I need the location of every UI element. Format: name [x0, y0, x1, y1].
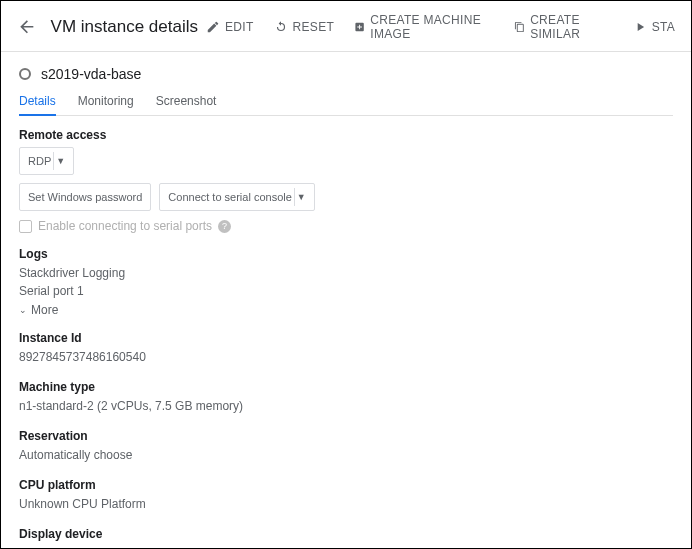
divider: [294, 188, 295, 206]
set-windows-password-button[interactable]: Set Windows password: [19, 183, 151, 211]
rdp-button[interactable]: RDP ▼: [19, 147, 74, 175]
more-label: More: [31, 303, 58, 317]
cpu-platform-value: Unknown CPU Platform: [19, 495, 673, 513]
logs-label: Logs: [19, 247, 673, 261]
create-similar-label: CREATE SIMILAR: [530, 13, 613, 41]
help-icon[interactable]: ?: [218, 220, 231, 233]
start-label: STA: [652, 20, 675, 34]
reservation-value: Automatically choose: [19, 446, 673, 464]
stackdriver-logging-link[interactable]: Stackdriver Logging: [19, 264, 673, 282]
cpu-platform-label: CPU platform: [19, 478, 673, 492]
more-logs-toggle[interactable]: ⌄ More: [19, 303, 673, 317]
reservation-label: Reservation: [19, 429, 673, 443]
serial-console-label: Connect to serial console: [168, 191, 292, 203]
machine-type-value: n1-standard-2 (2 vCPUs, 7.5 GB memory): [19, 397, 673, 415]
reset-icon: [274, 20, 288, 34]
instance-id-value: 8927845737486160540: [19, 348, 673, 366]
display-device-label: Display device: [19, 527, 673, 541]
plus-box-icon: [354, 20, 365, 34]
display-device-desc: Turn on a display device if you want to …: [19, 544, 673, 549]
instance-status-icon: [19, 68, 31, 80]
instance-id-label: Instance Id: [19, 331, 673, 345]
tab-details[interactable]: Details: [19, 94, 56, 116]
remote-access-label: Remote access: [19, 128, 673, 142]
connect-serial-console-button[interactable]: Connect to serial console ▼: [159, 183, 314, 211]
enable-serial-checkbox[interactable]: [19, 220, 32, 233]
copy-icon: [514, 20, 525, 34]
rdp-label: RDP: [28, 155, 51, 167]
pencil-icon: [206, 20, 220, 34]
play-icon: [633, 20, 647, 34]
create-machine-image-button[interactable]: CREATE MACHINE IMAGE: [354, 13, 494, 41]
page-title: VM instance details: [51, 17, 198, 37]
reset-button[interactable]: RESET: [274, 20, 335, 34]
chevron-down-icon[interactable]: ▼: [56, 156, 65, 166]
chevron-down-icon: ⌄: [19, 305, 27, 315]
divider: [53, 152, 54, 170]
instance-name: s2019-vda-base: [41, 66, 141, 82]
serial-port-link[interactable]: Serial port 1: [19, 282, 673, 300]
edit-label: EDIT: [225, 20, 254, 34]
machine-type-label: Machine type: [19, 380, 673, 394]
chevron-down-icon[interactable]: ▼: [297, 192, 306, 202]
reset-label: RESET: [293, 20, 335, 34]
enable-serial-label: Enable connecting to serial ports: [38, 219, 212, 233]
tab-screenshot[interactable]: Screenshot: [156, 94, 217, 115]
create-similar-button[interactable]: CREATE SIMILAR: [514, 13, 613, 41]
edit-button[interactable]: EDIT: [206, 20, 254, 34]
start-button[interactable]: STA: [633, 20, 675, 34]
tab-monitoring[interactable]: Monitoring: [78, 94, 134, 115]
create-image-label: CREATE MACHINE IMAGE: [370, 13, 494, 41]
back-arrow-icon[interactable]: [17, 16, 37, 38]
